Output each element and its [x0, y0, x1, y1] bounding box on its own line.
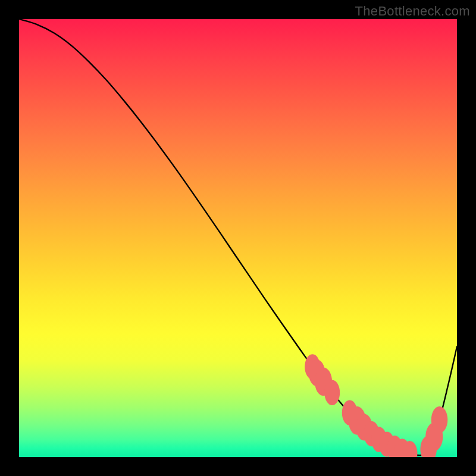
highlight-dot: [431, 406, 448, 433]
curve-layer: [19, 19, 457, 457]
bottleneck-curve-line: [19, 19, 457, 455]
plot-area: [19, 19, 457, 457]
chart-container: TheBottleneck.com: [0, 0, 476, 476]
highlight-markers: [305, 354, 447, 457]
attribution-text: TheBottleneck.com: [355, 4, 470, 19]
highlight-dot: [324, 380, 340, 405]
